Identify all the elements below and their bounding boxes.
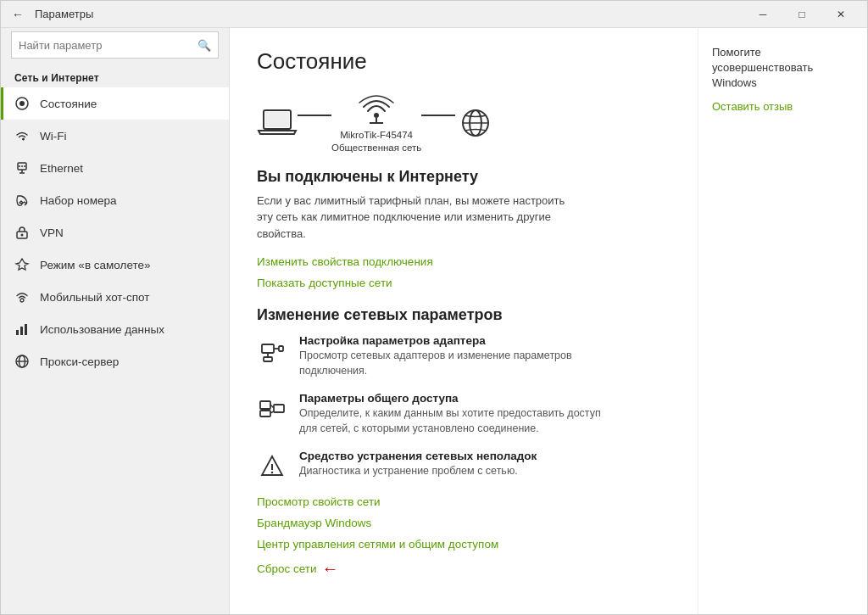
sidebar-item-datausage-label: Использование данных bbox=[40, 323, 164, 336]
diagram-line-1 bbox=[298, 115, 331, 116]
svg-rect-32 bbox=[274, 405, 284, 412]
svg-rect-31 bbox=[260, 411, 270, 417]
svg-rect-18 bbox=[265, 112, 289, 127]
sharing-name: Параметры общего доступа bbox=[299, 392, 604, 405]
content: Состояние bbox=[230, 28, 698, 614]
svg-rect-25 bbox=[262, 344, 274, 353]
right-panel: Помогите усовершенствовать Windows Остав… bbox=[698, 28, 867, 614]
proxy-icon bbox=[14, 354, 30, 369]
setting-item-sharing: Параметры общего доступа Определите, к к… bbox=[257, 392, 670, 436]
router-icon bbox=[356, 92, 397, 126]
sharing-desc: Определите, к каким данным вы хотите пре… bbox=[299, 406, 604, 436]
search-icon: 🔍 bbox=[198, 39, 211, 52]
svg-point-19 bbox=[374, 113, 379, 118]
sidebar-item-vpn-label: VPN bbox=[40, 226, 64, 239]
sidebar-item-status-label: Состояние bbox=[40, 98, 97, 110]
sidebar-item-airplane-label: Режим «в самолете» bbox=[40, 259, 151, 271]
vpn-icon bbox=[14, 225, 30, 240]
window-title: Параметры bbox=[35, 8, 743, 20]
adapter-name: Настройка параметров адаптера bbox=[299, 334, 604, 347]
svg-point-1 bbox=[19, 101, 25, 106]
sidebar-item-proxy[interactable]: Прокси-сервер bbox=[1, 345, 229, 377]
sidebar-item-datausage[interactable]: Использование данных bbox=[1, 313, 229, 345]
minimize-button[interactable]: ─ bbox=[743, 1, 782, 28]
close-button[interactable]: ✕ bbox=[821, 1, 860, 28]
reset-network-row: Сброс сети ← bbox=[257, 559, 670, 579]
svg-point-9 bbox=[21, 234, 24, 237]
setting-item-troubleshoot: Средство устранения сетевых неполадок Ди… bbox=[257, 450, 670, 482]
diagram-laptop bbox=[257, 106, 298, 140]
hotspot-icon bbox=[14, 289, 30, 305]
diagram-router: MikroTik-F45474 Общественная сеть bbox=[331, 92, 421, 154]
svg-rect-27 bbox=[279, 346, 283, 351]
link-firewall[interactable]: Брандмауэр Windows bbox=[257, 517, 670, 529]
svg-point-36 bbox=[271, 472, 274, 474]
network-name: MikroTik-F45474 Общественная сеть bbox=[331, 129, 421, 154]
sidebar-item-hotspot-label: Мобильный хот-спот bbox=[40, 291, 149, 304]
status-icon bbox=[14, 96, 30, 111]
datausage-icon bbox=[14, 321, 30, 337]
svg-point-10 bbox=[20, 299, 24, 302]
back-button[interactable]: ← bbox=[8, 4, 28, 25]
title-bar: ← Параметры ─ □ ✕ bbox=[1, 1, 867, 28]
maximize-button[interactable]: □ bbox=[782, 1, 821, 28]
diagram-internet bbox=[455, 106, 496, 140]
troubleshoot-desc: Диагностика и устранение проблем с сетью… bbox=[299, 464, 537, 479]
sidebar-category: Сеть и Интернет bbox=[1, 65, 229, 87]
sidebar-item-proxy-label: Прокси-сервер bbox=[40, 355, 119, 368]
wifi-icon bbox=[14, 128, 30, 143]
troubleshoot-icon bbox=[257, 451, 287, 482]
airplane-icon bbox=[14, 257, 30, 272]
window-controls: ─ □ ✕ bbox=[743, 1, 860, 28]
troubleshoot-text: Средство устранения сетевых неполадок Ди… bbox=[299, 450, 537, 479]
svg-rect-30 bbox=[260, 401, 270, 409]
laptop-icon bbox=[257, 106, 298, 140]
dialup-icon bbox=[14, 193, 30, 208]
adapter-icon bbox=[257, 336, 287, 366]
network-diagram: MikroTik-F45474 Общественная сеть bbox=[257, 92, 670, 154]
svg-rect-13 bbox=[25, 324, 27, 335]
sharing-icon bbox=[257, 394, 287, 424]
sidebar-item-hotspot[interactable]: Мобильный хот-спот bbox=[1, 281, 229, 313]
red-arrow-icon: ← bbox=[322, 559, 339, 579]
sidebar: 🔍 Сеть и Интернет Состояние bbox=[1, 28, 230, 614]
sidebar-item-vpn[interactable]: VPN bbox=[1, 216, 229, 249]
main-layout: 🔍 Сеть и Интернет Состояние bbox=[1, 28, 867, 614]
setting-item-adapter: Настройка параметров адаптера Просмотр с… bbox=[257, 334, 670, 378]
link-change-properties[interactable]: Изменить свойства подключения bbox=[257, 255, 670, 268]
svg-rect-11 bbox=[16, 330, 19, 335]
sharing-text: Параметры общего доступа Определите, к к… bbox=[299, 392, 604, 436]
sidebar-item-dialup-label: Набор номера bbox=[40, 194, 117, 207]
search-input[interactable] bbox=[19, 39, 198, 52]
connection-status: Вы подключены к Интернету bbox=[257, 168, 670, 186]
adapter-text: Настройка параметров адаптера Просмотр с… bbox=[299, 334, 604, 378]
adapter-desc: Просмотр сетевых адаптеров и изменение п… bbox=[299, 349, 604, 378]
link-network-center[interactable]: Центр управления сетями и общим доступом bbox=[257, 538, 670, 551]
page-title: Состояние bbox=[257, 48, 670, 75]
sidebar-item-status[interactable]: Состояние bbox=[1, 87, 229, 120]
link-reset-network[interactable]: Сброс сети bbox=[257, 562, 317, 575]
ethernet-icon bbox=[14, 160, 30, 176]
right-panel-title: Помогите усовершенствовать Windows bbox=[712, 45, 854, 92]
sidebar-item-airplane[interactable]: Режим «в самолете» bbox=[1, 249, 229, 281]
section-title: Изменение сетевых параметров bbox=[257, 306, 670, 324]
search-box[interactable]: 🔍 bbox=[11, 31, 219, 59]
sidebar-item-ethernet[interactable]: Ethernet bbox=[1, 152, 229, 184]
connection-desc: Если у вас лимитный тарифный план, вы мо… bbox=[257, 193, 579, 243]
right-panel-link[interactable]: Оставить отзыв bbox=[712, 100, 793, 113]
sidebar-item-wifi[interactable]: Wi-Fi bbox=[1, 120, 229, 152]
sidebar-item-wifi-label: Wi-Fi bbox=[40, 130, 66, 143]
link-view-properties[interactable]: Просмотр свойств сети bbox=[257, 495, 670, 508]
svg-rect-29 bbox=[264, 357, 272, 361]
window: ← Параметры ─ □ ✕ 🔍 Сеть и Интернет Сост… bbox=[0, 0, 868, 615]
diagram-line-2 bbox=[421, 115, 455, 116]
troubleshoot-name: Средство устранения сетевых неполадок bbox=[299, 450, 537, 462]
link-show-networks[interactable]: Показать доступные сети bbox=[257, 277, 670, 289]
svg-rect-12 bbox=[20, 327, 23, 335]
sidebar-item-ethernet-label: Ethernet bbox=[40, 162, 83, 175]
globe-icon bbox=[455, 106, 496, 140]
sidebar-item-dialup[interactable]: Набор номера bbox=[1, 184, 229, 216]
